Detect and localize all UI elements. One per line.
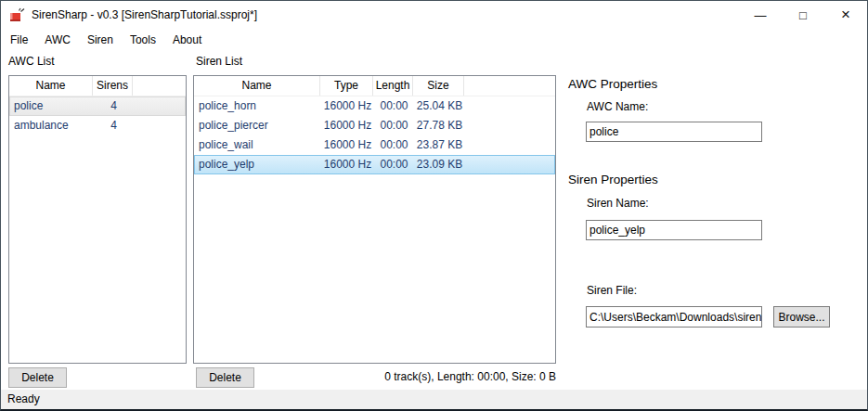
window-controls: — □ × [739,1,867,29]
menu-item-file[interactable]: File [2,31,36,49]
awc-col-filler [133,76,186,96]
menu-item-about[interactable]: About [164,31,210,49]
siren-col-type[interactable]: Type [320,76,373,96]
awc-list-label: AWC List [8,55,55,68]
siren-cell-length: 00:00 [374,136,414,154]
siren-cell-name: police_piercer [195,117,321,135]
siren-list-header: Name Type Length Size [194,76,555,96]
menu-item-awc[interactable]: AWC [36,31,79,49]
awc-list: Name Sirens police 4 ambulance 4 [8,75,187,364]
app-window: SirenSharp - v0.3 [SirenSharpTutorial.ss… [0,0,868,411]
siren-delete-button[interactable]: Delete [196,367,254,388]
siren-cell-type: 16000 Hz [321,156,374,173]
siren-cell-name: police_wail [195,136,321,154]
siren-cell-size: 23.09 KB [414,156,465,173]
siren-cell-name: police_yelp [195,156,321,173]
awc-delete-button[interactable]: Delete [8,367,67,388]
close-icon[interactable]: × [824,1,867,29]
minimize-icon[interactable]: — [739,1,782,29]
awc-properties-heading: AWC Properties [568,77,657,91]
siren-cell-type: 16000 Hz [321,117,374,135]
siren-col-size[interactable]: Size [413,76,464,96]
siren-file-label: Siren File: [587,284,637,297]
siren-file-input[interactable] [586,306,762,328]
siren-cell-type: 16000 Hz [321,136,374,154]
siren-row-police-wail[interactable]: police_wail 16000 Hz 00:00 23.87 KB [194,135,555,155]
siren-col-name[interactable]: Name [194,76,320,96]
siren-list-label: Siren List [196,55,242,68]
siren-list: Name Type Length Size police_horn 16000 … [193,75,556,364]
awc-list-header: Name Sirens [9,76,186,96]
app-icon [9,7,26,22]
awc-cell-sirens: 4 [94,97,134,115]
status-ready-text: Ready [7,390,40,408]
awc-row-ambulance[interactable]: ambulance 4 [9,116,186,135]
awc-name-label: AWC Name: [587,100,648,113]
maximize-icon[interactable]: □ [782,1,824,29]
title-bar: SirenSharp - v0.3 [SirenSharpTutorial.ss… [1,1,867,29]
siren-properties-heading: Siren Properties [568,173,658,186]
siren-cell-type: 16000 Hz [321,97,374,115]
siren-name-input[interactable] [586,220,762,240]
siren-row-police-yelp[interactable]: police_yelp 16000 Hz 00:00 23.09 KB [194,155,555,174]
siren-col-filler [464,76,555,96]
siren-row-police-piercer[interactable]: police_piercer 16000 Hz 00:00 27.78 KB [194,116,555,135]
siren-row-police-horn[interactable]: police_horn 16000 Hz 00:00 25.04 KB [194,96,555,116]
siren-cell-size: 23.87 KB [414,136,465,154]
window-title: SirenSharp - v0.3 [SirenSharpTutorial.ss… [32,8,257,21]
siren-col-length[interactable]: Length [373,76,413,96]
track-summary: 0 track(s), Length: 00:00, Size: 0 B [279,370,556,383]
awc-row-police[interactable]: police 4 [9,96,186,116]
awc-col-name[interactable]: Name [9,76,93,96]
siren-cell-size: 27.78 KB [414,117,465,135]
siren-cell-length: 00:00 [374,117,414,135]
awc-col-sirens[interactable]: Sirens [93,76,133,96]
menu-bar: File AWC Siren Tools About [1,29,867,50]
siren-cell-length: 00:00 [374,156,414,173]
awc-name-input[interactable] [586,122,762,142]
awc-cell-name: ambulance [10,117,94,135]
siren-cell-size: 25.04 KB [414,97,465,115]
siren-name-label: Siren Name: [587,197,649,210]
siren-cell-length: 00:00 [374,97,414,115]
awc-cell-sirens: 4 [94,117,134,135]
awc-cell-name: police [10,97,94,115]
status-bar: Ready [1,390,867,409]
menu-item-siren[interactable]: Siren [79,31,122,49]
browse-button[interactable]: Browse... [773,306,830,328]
menu-item-tools[interactable]: Tools [122,31,164,49]
siren-cell-name: police_horn [195,97,321,115]
